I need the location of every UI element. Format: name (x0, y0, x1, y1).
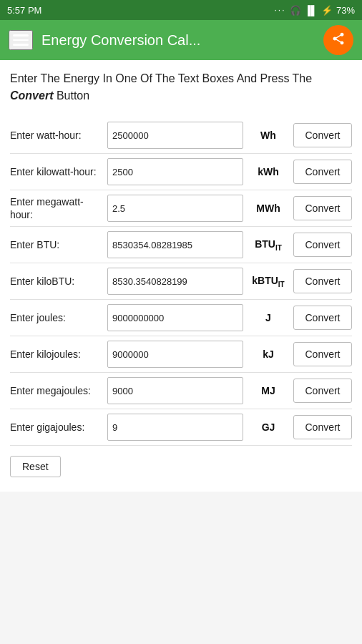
app-title: Energy Conversion Cal... (41, 32, 315, 49)
row-unit: BTUIT (248, 238, 289, 252)
instruction-prefix: Enter The Energy In One Of The Text Boxe… (10, 72, 312, 84)
row-input[interactable] (107, 304, 243, 331)
convert-button[interactable]: Convert (293, 306, 352, 330)
status-bar: 5:57 PM ··· 🎧 ▐▌ ⚡ 73% (0, 0, 362, 20)
row-label: Enter megajoules: (10, 384, 103, 397)
status-right: ··· 🎧 ▐▌ ⚡ 73% (275, 5, 355, 16)
row-input[interactable] (107, 268, 243, 295)
reset-button[interactable]: Reset (10, 456, 61, 477)
charging-icon: ⚡ (321, 5, 333, 16)
conversion-row: Enter megajoules:MJConvert (10, 373, 352, 409)
row-unit: J (248, 312, 289, 323)
row-input[interactable] (107, 195, 243, 222)
main-content: Enter The Energy In One Of The Text Boxe… (0, 60, 362, 492)
conversion-row: Enter gigajoules:GJConvert (10, 409, 352, 446)
convert-button[interactable]: Convert (293, 379, 352, 403)
conversion-row: Enter joules:JConvert (10, 300, 352, 336)
row-label: Enter kilojoules: (10, 348, 103, 361)
convert-button[interactable]: Convert (293, 196, 352, 220)
row-label: Enter kiloBTU: (10, 275, 103, 288)
battery-level: 73% (336, 5, 355, 16)
convert-button[interactable]: Convert (293, 342, 352, 366)
row-input[interactable] (107, 341, 243, 368)
row-input[interactable] (107, 414, 243, 441)
row-label: Enter BTU: (10, 238, 103, 251)
row-unit: MJ (248, 385, 289, 396)
app-bar: Energy Conversion Cal... (0, 20, 362, 60)
row-input[interactable] (107, 231, 243, 258)
conversion-row: Enter watt-hour:WhConvert (10, 117, 352, 154)
hamburger-button[interactable] (9, 30, 33, 50)
row-label: Enter watt-hour: (10, 129, 103, 142)
row-label: Enter gigajoules: (10, 421, 103, 434)
row-unit: kWh (248, 166, 289, 177)
conversion-row: Enter kiloBTU:kBTUITConvert (10, 263, 352, 300)
headphone-icon: 🎧 (290, 5, 301, 16)
convert-button[interactable]: Convert (293, 233, 352, 257)
conversion-row: Enter BTU:BTUITConvert (10, 227, 352, 263)
row-label: Enter joules: (10, 311, 103, 324)
row-input[interactable] (107, 377, 243, 404)
hamburger-line-1 (13, 34, 29, 36)
row-unit: kJ (248, 348, 289, 360)
share-icon (331, 31, 346, 49)
signal-dots: ··· (275, 5, 286, 15)
conversion-rows: Enter watt-hour:WhConvertEnter kilowatt-… (10, 117, 352, 446)
convert-button[interactable]: Convert (293, 415, 352, 439)
row-input[interactable] (107, 122, 243, 149)
row-input[interactable] (107, 158, 243, 185)
hamburger-line-2 (13, 39, 29, 42)
hamburger-line-3 (13, 44, 29, 46)
share-button[interactable] (323, 25, 353, 55)
row-unit: Wh (248, 130, 289, 141)
status-time: 5:57 PM (7, 5, 41, 16)
convert-button[interactable]: Convert (293, 123, 352, 147)
convert-button[interactable]: Convert (293, 269, 352, 293)
instruction-suffix: Button (53, 89, 89, 102)
convert-button[interactable]: Convert (293, 160, 352, 184)
conversion-row: Enter megawatt-hour:MWhConvert (10, 190, 352, 227)
instruction-text: Enter The Energy In One Of The Text Boxe… (10, 70, 352, 104)
conversion-row: Enter kilojoules:kJConvert (10, 336, 352, 373)
row-unit: kBTUIT (248, 275, 289, 288)
row-label: Enter megawatt-hour: (10, 195, 103, 221)
row-unit: MWh (248, 203, 289, 214)
instruction-italic: Convert (10, 89, 53, 102)
conversion-row: Enter kilowatt-hour:kWhConvert (10, 154, 352, 190)
row-label: Enter kilowatt-hour: (10, 165, 103, 178)
signal-bars-icon: ▐▌ (305, 5, 318, 16)
row-unit: GJ (248, 421, 289, 433)
